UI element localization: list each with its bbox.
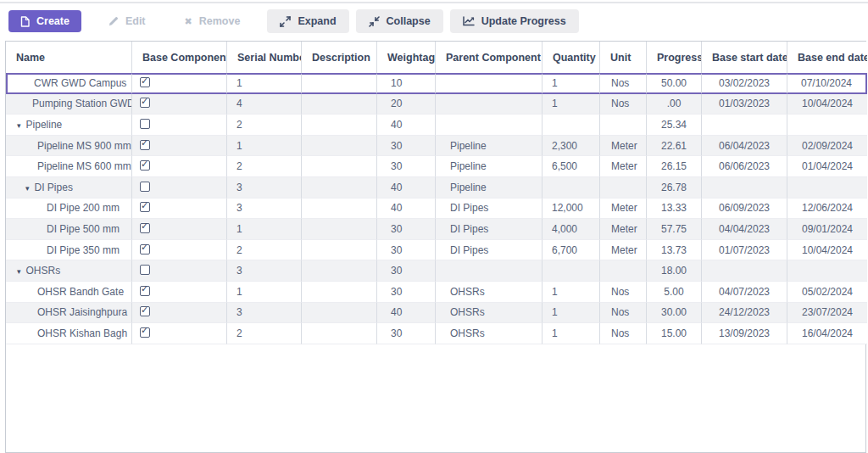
cell-name: CWR GWD Campus xyxy=(6,73,132,94)
collapse-arrow-icon[interactable]: ▾ xyxy=(17,121,21,130)
cell-quantity xyxy=(542,177,600,199)
table-row[interactable]: Pipeline MS 900 mm130Pipeline2,300Meter2… xyxy=(6,136,867,157)
cell-serial-number: 1 xyxy=(227,136,302,157)
cell-quantity: 6,500 xyxy=(542,156,600,177)
component-name: DI Pipe 200 mm xyxy=(47,202,120,214)
cell-base-component xyxy=(132,136,227,157)
collapse-arrow-icon[interactable]: ▾ xyxy=(17,267,21,276)
cell-quantity: 6,700 xyxy=(542,240,600,261)
table-row[interactable]: DI Pipe 350 mm230DI Pipes6,700Meter13.73… xyxy=(6,240,867,261)
cell-serial-number: 1 xyxy=(227,73,302,94)
cell-serial-number: 3 xyxy=(227,303,302,324)
cell-parent-component: DI Pipes xyxy=(436,240,542,261)
cell-serial-number: 2 xyxy=(227,115,302,136)
cell-parent-component: DI Pipes xyxy=(436,199,542,220)
cell-weightage: 30 xyxy=(377,156,436,177)
column-header[interactable]: Base start date xyxy=(702,42,787,73)
table-row[interactable]: OHSR Kishan Bagh230OHSRs1Nos15.0013/09/2… xyxy=(6,323,867,344)
base-component-checkbox[interactable] xyxy=(140,182,150,192)
table-row[interactable]: ▾Pipeline24025.34 xyxy=(6,115,867,136)
cell-weightage: 30 xyxy=(377,282,436,303)
base-component-checkbox[interactable] xyxy=(140,160,150,171)
cell-base-start-date: 06/09/2023 xyxy=(702,199,787,220)
cell-unit: Nos xyxy=(600,94,647,115)
table-row[interactable]: Pipeline MS 600 mm230Pipeline6,500Meter2… xyxy=(6,156,867,177)
component-name: DI Pipes xyxy=(35,182,73,193)
cell-base-end-date: 02/09/2024 xyxy=(787,136,867,157)
cell-parent-component: OHSRs xyxy=(436,323,542,344)
cell-base-end-date: 10/04/2024 xyxy=(787,240,867,261)
cell-description xyxy=(302,136,377,157)
cell-base-end-date: 07/10/2024 xyxy=(787,73,867,94)
expand-button[interactable]: Expand xyxy=(267,9,348,33)
cell-name: DI Pipe 500 mm xyxy=(6,219,132,240)
pencil-icon xyxy=(108,16,119,26)
cell-weightage: 30 xyxy=(377,323,436,344)
x-icon: ✖ xyxy=(185,17,192,26)
table-row[interactable]: OHSR Bandh Gate130OHSRs1Nos5.0004/07/202… xyxy=(6,282,867,303)
cell-weightage: 40 xyxy=(377,177,436,199)
column-header[interactable]: Description xyxy=(302,42,377,73)
base-component-checkbox[interactable] xyxy=(140,98,150,108)
collapse-button[interactable]: Collapse xyxy=(356,9,443,33)
column-header[interactable]: Weightage xyxy=(377,42,436,73)
cell-base-component xyxy=(132,73,227,94)
component-name: Pumping Station GWD xyxy=(32,98,132,109)
cell-unit: Meter xyxy=(600,219,647,240)
column-header[interactable]: Quantity xyxy=(542,42,600,73)
cell-progress: 57.75 xyxy=(647,219,702,240)
cell-unit: Meter xyxy=(600,156,647,177)
column-header[interactable]: Unit xyxy=(600,42,647,73)
table-row[interactable]: OHSR Jaisinghpura340OHSRs1Nos30.0024/12/… xyxy=(6,303,867,324)
column-header[interactable]: Name xyxy=(6,42,132,73)
base-component-checkbox[interactable] xyxy=(140,202,150,212)
component-name: OHSRs xyxy=(26,265,61,277)
base-component-checkbox[interactable] xyxy=(140,265,150,275)
update-progress-button[interactable]: Update Progress xyxy=(450,9,579,33)
component-name: OHSR Jaisinghpura xyxy=(37,306,127,318)
base-component-checkbox[interactable] xyxy=(140,77,150,87)
base-component-checkbox[interactable] xyxy=(140,140,150,150)
column-header[interactable]: Progress xyxy=(647,42,702,73)
cell-description xyxy=(302,177,377,199)
table-row[interactable]: Pumping Station GWD4201Nos.0001/03/20231… xyxy=(6,94,867,115)
cell-base-start-date: 01/03/2023 xyxy=(702,94,787,115)
cell-progress: 15.00 xyxy=(647,323,702,344)
remove-button[interactable]: ✖ Remove xyxy=(176,10,249,32)
column-header[interactable]: Base Component xyxy=(132,42,227,73)
table-row[interactable]: DI Pipe 200 mm340DI Pipes12,000Meter13.3… xyxy=(6,199,867,220)
base-component-checkbox[interactable] xyxy=(140,306,150,316)
expand-arrows-icon xyxy=(280,16,291,27)
cell-name: DI Pipe 350 mm xyxy=(6,240,132,261)
cell-quantity: 1 xyxy=(542,323,600,344)
column-header[interactable]: Parent Component xyxy=(436,42,542,73)
edit-button[interactable]: Edit xyxy=(100,10,154,32)
base-component-checkbox[interactable] xyxy=(140,119,150,129)
cell-weightage: 30 xyxy=(377,219,436,240)
create-button[interactable]: Create xyxy=(8,10,81,32)
cell-base-component xyxy=(132,282,227,303)
cell-weightage: 40 xyxy=(377,303,436,324)
table-row[interactable]: ▾OHSRs33018.00 xyxy=(6,260,867,282)
table-row[interactable]: CWR GWD Campus1101Nos50.0003/02/202307/1… xyxy=(6,73,867,94)
base-component-checkbox[interactable] xyxy=(140,286,150,296)
collapse-button-label: Collapse xyxy=(387,15,431,27)
cell-base-end-date xyxy=(787,177,867,199)
column-header[interactable]: Serial Number xyxy=(227,42,302,73)
cell-progress: 13.73 xyxy=(647,240,702,261)
collapse-arrow-icon[interactable]: ▾ xyxy=(25,184,30,193)
base-component-checkbox[interactable] xyxy=(140,223,150,233)
update-progress-button-label: Update Progress xyxy=(481,15,566,27)
base-component-checkbox[interactable] xyxy=(140,244,150,254)
cell-base-start-date: 24/12/2023 xyxy=(702,303,787,324)
table-row[interactable]: ▾DI Pipes340Pipeline26.78 xyxy=(6,177,867,199)
component-name: Pipeline xyxy=(26,119,63,131)
cell-quantity: 4,000 xyxy=(542,219,600,240)
cell-base-start-date xyxy=(702,177,787,199)
column-header[interactable]: Base end date xyxy=(787,42,867,73)
cell-base-start-date xyxy=(702,260,787,282)
cell-weightage: 30 xyxy=(377,136,436,157)
cell-description xyxy=(302,323,377,344)
base-component-checkbox[interactable] xyxy=(140,327,150,338)
table-row[interactable]: DI Pipe 500 mm130DI Pipes4,000Meter57.75… xyxy=(6,219,867,240)
